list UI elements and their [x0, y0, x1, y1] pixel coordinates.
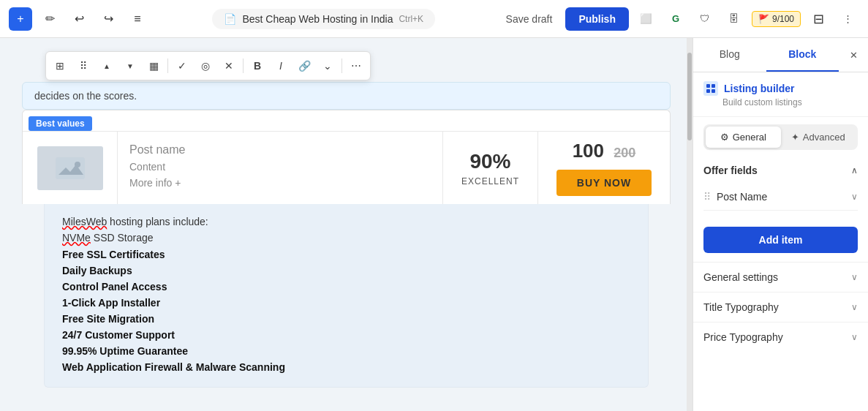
offer-fields-header[interactable]: Offer fields ∧	[703, 165, 858, 176]
list-item: 99.95% Uptime Guarantee	[62, 343, 630, 359]
nvme-text: NVMe SSD Storage	[62, 232, 630, 244]
edit-button[interactable]: ✏	[38, 7, 61, 31]
title-typography-label: Title Typography	[703, 301, 779, 313]
more-button[interactable]: ⋮	[836, 7, 859, 31]
toolbar-right: Save draft Publish ⬜ G 🛡 🗄 🚩 9/100 ⊟ ⋮	[499, 7, 859, 31]
redo-button[interactable]: ↪	[97, 7, 120, 31]
shield-icon: 🛡	[700, 13, 709, 24]
features-intro: MilesWeb hosting plans include:	[62, 216, 630, 227]
list-item: 24/7 Customer Support	[62, 327, 630, 343]
drag-handle-icon[interactable]: ⠿	[703, 191, 711, 203]
layout-button[interactable]: ⊟	[807, 7, 830, 31]
listing-builder-title: Listing builder	[703, 81, 858, 96]
grammarly-button[interactable]: G	[664, 7, 687, 31]
listing-score: 90% EXCELLENT	[443, 132, 538, 204]
general-icon: ⚙	[720, 132, 729, 143]
check-btn[interactable]: ✓	[171, 55, 193, 77]
add-button[interactable]: +	[9, 7, 32, 31]
price-typography-row[interactable]: Price Typography ∨	[693, 322, 868, 352]
image-placeholder	[37, 146, 103, 190]
field-item-post-name: ⠿ Post Name ∨	[703, 184, 858, 211]
up-btn[interactable]: ▲	[96, 55, 118, 77]
list-item: Web Application Firewall & Malware Scann…	[62, 359, 630, 375]
doc-title-pill[interactable]: 📄 Best Cheap Web Hosting in India Ctrl+K	[212, 9, 435, 29]
offer-fields-section: Offer fields ∧ ⠿ Post Name ∨	[693, 157, 868, 218]
redo-icon: ↪	[104, 12, 113, 26]
doc-icon: 📄	[224, 13, 236, 25]
field-name-label: Post Name	[717, 191, 845, 203]
monitor-icon: ⬜	[640, 13, 652, 24]
field-expand-icon[interactable]: ∨	[851, 192, 858, 202]
publish-button[interactable]: Publish	[565, 7, 629, 31]
flag-icon: 🚩	[758, 14, 769, 24]
add-icon: +	[17, 12, 23, 26]
score-percent: 90%	[469, 150, 510, 173]
panel-tabs: Blog Block ✕	[693, 38, 868, 72]
shield-button[interactable]: 🛡	[693, 7, 717, 31]
more-info-label: More info +	[129, 177, 431, 189]
list-item: Daily Backups	[62, 263, 630, 279]
more-options-btn[interactable]: ⋯	[345, 55, 367, 77]
listing-card: Best values Post name Conte	[22, 110, 671, 204]
shortcut-text: Ctrl+K	[399, 14, 423, 24]
db-icon: 🗄	[729, 13, 739, 24]
best-values-badge: Best values	[29, 116, 92, 131]
listing-builder-sub: Build custom listings	[722, 97, 858, 108]
svg-rect-3	[712, 84, 715, 88]
general-label: General	[733, 132, 766, 143]
listing-row: Post name Content More info + 90% EXCELL…	[23, 131, 670, 204]
tab-advanced[interactable]: ✦ Advanced	[781, 127, 856, 148]
scrollbar-track[interactable]	[687, 38, 692, 411]
mode-tabs: ⚙ General ✦ Advanced	[703, 124, 858, 150]
offer-fields-label: Offer fields	[703, 165, 758, 176]
advanced-label: Advanced	[803, 132, 845, 143]
advanced-icon: ✦	[791, 132, 799, 143]
title-typography-row[interactable]: Title Typography ∨	[693, 292, 868, 322]
grid-icon-btn[interactable]: ⊞	[49, 55, 71, 77]
price-value: 100	[573, 140, 604, 162]
tab-blog[interactable]: Blog	[693, 38, 766, 72]
price-display: 100 200	[573, 140, 636, 162]
down-btn[interactable]: ▼	[119, 55, 141, 77]
list-item: Control Panel Access	[62, 279, 630, 295]
menu-icon: ≡	[134, 12, 140, 26]
menu-button[interactable]: ≡	[126, 7, 149, 31]
post-name-label: Post name	[129, 143, 431, 157]
link-btn[interactable]: 🔗	[293, 55, 315, 77]
panel-close-button[interactable]: ✕	[842, 43, 865, 67]
svg-rect-2	[706, 84, 710, 88]
general-settings-row[interactable]: General settings ∨	[693, 262, 868, 292]
more-icon: ⋮	[843, 13, 853, 24]
save-draft-button[interactable]: Save draft	[499, 9, 560, 29]
listing-icon	[703, 81, 718, 96]
floating-toolbar: ⊞ ⠿ ▲ ▼ ▦ ✓ ◎ ✕ B I 🔗 ⌄ ⋯	[45, 51, 371, 80]
db-button[interactable]: 🗄	[722, 7, 746, 31]
intro-text-block: decides on the scores.	[22, 82, 671, 110]
buy-now-button[interactable]: BUY NOW	[556, 170, 652, 196]
nvme-label: NVMe	[62, 232, 91, 244]
price-original: 200	[614, 146, 635, 160]
chevron-btn[interactable]: ⌄	[317, 55, 339, 77]
scrollbar-thumb[interactable]	[687, 53, 692, 140]
bold-btn[interactable]: B	[246, 55, 268, 77]
undo-button[interactable]: ↩	[67, 7, 91, 31]
monitor-button[interactable]: ⬜	[635, 7, 658, 31]
listing-image	[23, 132, 118, 204]
tab-general[interactable]: ⚙ General	[706, 127, 781, 148]
features-list: Free SSL Certificates Daily Backups Cont…	[62, 246, 630, 375]
list-item: Free SSL Certificates	[62, 246, 630, 263]
grammarly-icon: G	[672, 13, 679, 24]
content-label: Content	[129, 161, 431, 173]
list-item: 1-Click App Installer	[62, 295, 630, 311]
italic-btn[interactable]: I	[270, 55, 292, 77]
tab-block[interactable]: Block	[766, 38, 839, 72]
editor-area[interactable]: ⊞ ⠿ ▲ ▼ ▦ ✓ ◎ ✕ B I 🔗 ⌄ ⋯ decides on the…	[0, 38, 692, 411]
general-settings-chevron: ∨	[851, 272, 858, 282]
add-item-button[interactable]: Add item	[703, 227, 858, 253]
milesweb-text: MilesWeb	[62, 216, 107, 227]
listing-builder-label: Listing builder	[724, 83, 794, 94]
close-btn[interactable]: ✕	[218, 55, 240, 77]
layout-icon-btn[interactable]: ▦	[143, 55, 165, 77]
target-btn[interactable]: ◎	[195, 55, 216, 77]
drag-handle-btn[interactable]: ⠿	[72, 55, 94, 77]
